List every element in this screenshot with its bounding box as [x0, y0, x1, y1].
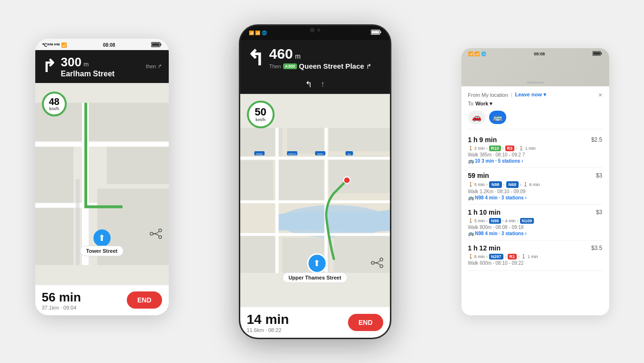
street-label-left: Tower Street — [80, 246, 124, 256]
right-panel-content: From My location | Leave now ▾ × To Work… — [461, 86, 609, 315]
then-label-left: then ↱ — [146, 63, 162, 70]
right-panel: 📶 📶 🌐 08:08 From My location | Leave now… — [461, 48, 609, 315]
eta-sub-left: 37.1km · 09:04 — [42, 305, 81, 311]
svg-point-47 — [371, 261, 374, 264]
nav-distance-left: 300 m Earlham Street — [61, 55, 115, 78]
route-icon-left — [150, 228, 162, 242]
route-badges-4: 🚶 6 min › N297 › R1 › 🚶 1 min — [468, 254, 603, 259]
selfie-camera — [317, 29, 320, 31]
camera-notch — [296, 26, 334, 34]
svg-point-17 — [159, 229, 162, 232]
mode-tabs: 🚗 🚌 — [468, 111, 603, 124]
route-badges-2: 🚶 5 min › N98 › N68 › 🚶 6 min — [468, 181, 603, 188]
tab-bus[interactable]: 🚌 — [489, 111, 506, 124]
nav-header-center: ↰ 460 m Then A300 Queen Street Place ↱ — [240, 40, 390, 76]
tab-car[interactable]: 🚗 — [468, 111, 485, 124]
lane-straight: ↑ — [321, 79, 325, 90]
svg-text:A3211: A3211 — [288, 152, 296, 155]
nav-arrow-left: ⬆ — [93, 229, 111, 247]
svg-rect-5 — [88, 103, 169, 141]
status-bar-right: 📶 📶 🌐 08:08 — [468, 51, 603, 57]
camera-lens — [310, 28, 315, 32]
svg-rect-20 — [371, 31, 379, 34]
right-panel-map: 📶 📶 🌐 08:08 — [461, 48, 609, 86]
svg-rect-1 — [152, 43, 160, 46]
svg-rect-28 — [277, 158, 324, 202]
lane-indicators: ↰ ↑ — [240, 76, 390, 94]
signal-center: 📶 📶 🌐 — [249, 31, 267, 35]
svg-rect-37 — [240, 233, 390, 236]
svg-text:A201: A201 — [317, 152, 323, 155]
close-button[interactable]: × — [598, 91, 602, 99]
svg-point-48 — [380, 258, 383, 261]
svg-point-49 — [380, 265, 383, 268]
map-area-left: 48 km/h ⬆ Tower Street — [35, 83, 169, 285]
nav-footer-left: 56 min 37.1km · 09:04 END — [35, 285, 169, 315]
svg-point-18 — [159, 236, 162, 239]
map-area-center: A301 A3211 A201 A1 50 km/h ⬆ Upper Thame… — [240, 94, 390, 307]
time-right: 08:08 — [534, 52, 545, 56]
from-row: From My location | Leave now ▾ × — [468, 91, 603, 99]
nav-pointer-center: ⬆ — [307, 253, 327, 273]
nav-footer-center: 14 min 11.6km · 08:22 END — [240, 307, 390, 338]
signal-icon: ℃ᵃᵈ⁴ ᵃᵈ⁴ 📶 — [42, 42, 67, 48]
street-label-center: Upper Thames Street — [282, 272, 348, 283]
end-button-center[interactable]: END — [348, 314, 383, 331]
route-badges-1: 🚶 2 min › R10 › R3 › 🚶 1 min — [468, 145, 603, 151]
route-icon-center — [371, 258, 383, 271]
eta-sub-center: 11.6km · 08:22 — [247, 327, 289, 333]
time-left: 08:08 — [103, 42, 115, 48]
svg-rect-14 — [84, 205, 123, 208]
left-phone: ℃ᵃᵈ⁴ ᵃᵈ⁴ 📶 08:08 ↱ 300 m Earlham Street … — [35, 39, 169, 315]
leave-now-btn[interactable]: Leave now ▾ — [515, 92, 546, 98]
svg-point-16 — [150, 232, 153, 235]
turn-arrow-center: ↰ — [247, 48, 265, 69]
battery-center — [371, 30, 381, 36]
speed-indicator-center: 50 km/h — [247, 101, 275, 128]
lane-left: ↰ — [305, 79, 312, 90]
speed-indicator-left: 48 km/h — [42, 92, 67, 116]
signal-right: 📶 📶 🌐 — [468, 52, 486, 56]
svg-rect-30 — [240, 235, 278, 273]
eta-time-center: 14 min — [247, 312, 289, 327]
turn-arrow-left: ↱ — [42, 58, 56, 75]
svg-point-46 — [343, 176, 350, 183]
svg-rect-13 — [84, 103, 87, 207]
drag-handle — [527, 82, 544, 83]
route-option-1[interactable]: 1 h 9 min $2.5 🚶 2 min › R10 › R3 › 🚶 1 … — [468, 132, 603, 168]
svg-rect-51 — [593, 52, 601, 54]
destination-btn[interactable]: Work ▾ — [475, 101, 492, 107]
svg-rect-2 — [161, 44, 162, 46]
nav-then-center: Then A300 Queen Street Place ↱ — [269, 62, 383, 70]
svg-rect-6 — [35, 145, 73, 203]
svg-text:A1: A1 — [348, 152, 351, 155]
route-badges-3: 🚶 5 min › N98 › 4 min › N109 — [468, 218, 603, 224]
center-phone: 📶 📶 🌐 08:08 ↰ 460 m Then A300 Queen Stre… — [239, 24, 391, 339]
route-option-4[interactable]: 1 h 12 min $3.5 🚶 6 min › N297 › R1 › 🚶 … — [468, 240, 603, 271]
divider-1 — [468, 129, 603, 129]
svg-text:A301: A301 — [256, 152, 263, 155]
battery-left — [151, 42, 162, 48]
eta-time-left: 56 min — [42, 290, 81, 305]
svg-rect-21 — [380, 31, 381, 33]
svg-rect-15 — [76, 179, 80, 265]
route-option-2[interactable]: 59 min $3 🚶 5 min › N98 › N68 › 🚶 6 min … — [468, 168, 603, 205]
battery-right — [593, 51, 602, 57]
to-row: To Work ▾ — [468, 101, 603, 107]
route-option-3[interactable]: 1 h 10 min $3 🚶 5 min › N98 › 4 min › N1… — [468, 205, 603, 240]
nav-header-left: ↱ 300 m Earlham Street then ↱ — [35, 50, 169, 83]
svg-rect-27 — [240, 160, 273, 202]
status-bar-left: ℃ᵃᵈ⁴ ᵃᵈ⁴ 📶 08:08 — [35, 39, 169, 50]
svg-rect-11 — [35, 142, 169, 146]
end-button-left[interactable]: END — [127, 291, 162, 309]
svg-rect-26 — [329, 127, 390, 151]
svg-rect-25 — [287, 127, 325, 153]
svg-rect-52 — [601, 52, 602, 54]
svg-rect-36 — [240, 200, 390, 203]
svg-rect-7 — [35, 207, 73, 265]
svg-rect-35 — [240, 156, 390, 159]
svg-rect-8 — [107, 145, 169, 184]
